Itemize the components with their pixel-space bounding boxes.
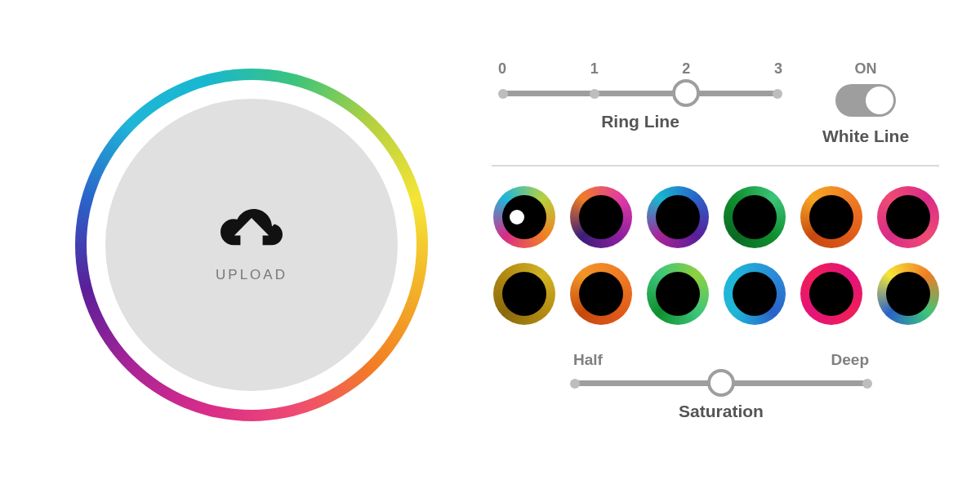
upload-ring-gradient: UPLOAD bbox=[75, 69, 428, 421]
ring-line-slider[interactable] bbox=[498, 84, 782, 100]
swatch-sw-rainbow[interactable] bbox=[493, 186, 555, 248]
saturation-knob[interactable] bbox=[707, 369, 735, 397]
white-line-toggle-group: ON White Line bbox=[804, 60, 928, 146]
swatch-sw-teal-purple[interactable] bbox=[647, 186, 709, 248]
ring-line-knob[interactable] bbox=[672, 79, 700, 107]
swatch-sw-green[interactable] bbox=[724, 186, 786, 248]
white-line-label: White Line bbox=[804, 127, 928, 146]
upload-ring: UPLOAD bbox=[75, 69, 428, 421]
swatch-core bbox=[886, 195, 930, 239]
swatch-core bbox=[809, 272, 853, 316]
saturation-slider-group: Half Deep Saturation bbox=[570, 351, 872, 421]
ring-line-label: Ring Line bbox=[498, 112, 782, 131]
swatch-core bbox=[656, 272, 700, 316]
swatch-core bbox=[656, 195, 700, 239]
swatch-sw-pink-red[interactable] bbox=[800, 263, 862, 325]
upload-label: UPLOAD bbox=[216, 267, 287, 283]
swatch-core bbox=[579, 272, 623, 316]
ring-line-stop-0 bbox=[498, 89, 508, 99]
white-line-toggle[interactable] bbox=[835, 84, 896, 117]
ring-line-tick-labels: 0 1 2 3 bbox=[498, 60, 782, 82]
cloud-upload-icon bbox=[218, 207, 285, 257]
swatch-core bbox=[579, 195, 623, 239]
ring-line-tick-3: 3 bbox=[774, 60, 782, 78]
white-line-toggle-knob bbox=[866, 87, 893, 114]
upload-ring-whitegap: UPLOAD bbox=[87, 80, 416, 410]
swatch-core bbox=[809, 195, 853, 239]
swatch-selected-dot-icon bbox=[510, 210, 524, 224]
swatch-sw-magenta[interactable] bbox=[877, 186, 939, 248]
ring-line-tick-1: 1 bbox=[590, 60, 599, 78]
ring-line-tick-2: 2 bbox=[682, 60, 690, 78]
saturation-slider[interactable] bbox=[570, 374, 872, 390]
swatch-core bbox=[733, 195, 777, 239]
swatch-sw-tricolor[interactable] bbox=[877, 263, 939, 325]
saturation-left-label: Half bbox=[573, 351, 603, 369]
saturation-right-label: Deep bbox=[831, 351, 869, 369]
swatch-sw-orange-purple[interactable] bbox=[570, 186, 632, 248]
swatch-core bbox=[733, 272, 777, 316]
upload-dropzone[interactable]: UPLOAD bbox=[105, 99, 398, 391]
swatch-core bbox=[886, 272, 930, 316]
swatch-sw-orange[interactable] bbox=[800, 186, 862, 248]
swatch-sw-orange-red[interactable] bbox=[570, 263, 632, 325]
saturation-end-right bbox=[862, 379, 872, 389]
saturation-end-left bbox=[570, 379, 580, 389]
color-swatch-grid bbox=[493, 186, 939, 325]
swatch-sw-green-lime[interactable] bbox=[647, 263, 709, 325]
swatch-core bbox=[502, 195, 546, 239]
ring-line-stop-3 bbox=[773, 89, 782, 99]
ring-line-stop-1 bbox=[590, 89, 599, 99]
swatch-sw-olive-gold[interactable] bbox=[493, 263, 555, 325]
section-divider bbox=[492, 165, 939, 167]
white-line-state-label: ON bbox=[804, 60, 928, 78]
ring-line-tick-0: 0 bbox=[498, 60, 506, 78]
saturation-label: Saturation bbox=[570, 402, 872, 421]
ring-line-slider-group: 0 1 2 3 Ring Line bbox=[498, 60, 782, 131]
swatch-sw-blue[interactable] bbox=[724, 263, 786, 325]
swatch-core bbox=[502, 272, 546, 316]
